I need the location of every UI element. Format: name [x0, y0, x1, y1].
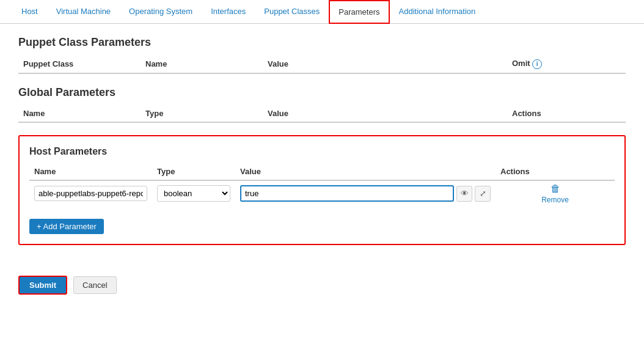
- gcol-name: Name: [18, 105, 141, 122]
- host-parameters-section: Host Parameters Name Type Value Actions …: [18, 135, 626, 245]
- main-content: Puppet Class Parameters Puppet Class Nam…: [0, 24, 644, 270]
- global-params-title: Global Parameters: [18, 86, 626, 99]
- submit-button[interactable]: Submit: [18, 276, 67, 295]
- col-value: Value: [263, 55, 507, 73]
- cancel-button[interactable]: Cancel: [73, 276, 116, 294]
- tab-virtual-machine[interactable]: Virtual Machine: [47, 0, 120, 24]
- tab-puppet-classes[interactable]: Puppet Classes: [255, 0, 329, 24]
- col-omit: Omit i: [507, 55, 626, 73]
- remove-label: Remove: [541, 196, 569, 204]
- tab-additional-information[interactable]: Additional Information: [390, 0, 485, 24]
- puppet-class-params-table: Puppet Class Name Value Omit i: [18, 55, 626, 74]
- param-type-select[interactable]: stringbooleanintegerrealarrayhashyamljso…: [157, 185, 230, 202]
- form-actions: Submit Cancel: [0, 270, 644, 301]
- col-name: Name: [141, 55, 263, 73]
- tab-interfaces[interactable]: Interfaces: [202, 0, 255, 24]
- tab-host[interactable]: Host: [12, 0, 47, 24]
- gcol-type: Type: [141, 105, 263, 122]
- hcol-actions: Actions: [496, 163, 615, 180]
- omit-info-icon[interactable]: i: [532, 59, 542, 69]
- eye-icon-button[interactable]: 👁: [456, 186, 472, 202]
- tabs-bar: HostVirtual MachineOperating SystemInter…: [0, 0, 644, 24]
- trash-icon: 🗑: [551, 183, 560, 194]
- puppet-class-params-title: Puppet Class Parameters: [18, 36, 626, 49]
- col-puppet-class: Puppet Class: [18, 55, 141, 73]
- tab-operating-system[interactable]: Operating System: [120, 0, 202, 24]
- hcol-name: Name: [29, 163, 152, 180]
- gcol-actions: Actions: [507, 105, 626, 122]
- host-params-title: Host Parameters: [29, 146, 615, 157]
- puppet-class-parameters-section: Puppet Class Parameters Puppet Class Nam…: [18, 36, 626, 74]
- gcol-value: Value: [263, 105, 507, 122]
- hcol-type: Type: [152, 163, 235, 180]
- global-parameters-section: Global Parameters Name Type Value Action…: [18, 86, 626, 123]
- tab-parameters[interactable]: Parameters: [329, 0, 389, 24]
- param-value-input[interactable]: [240, 185, 454, 202]
- expand-icon-button[interactable]: ⤢: [475, 186, 491, 202]
- host-params-table: Name Type Value Actions stringbooleanint…: [29, 163, 615, 207]
- param-name-input[interactable]: [34, 186, 147, 201]
- remove-button[interactable]: 🗑Remove: [500, 183, 610, 204]
- add-parameter-button[interactable]: + Add Parameter: [29, 219, 104, 234]
- table-row: stringbooleanintegerrealarrayhashyamljso…: [29, 180, 615, 207]
- global-params-table: Name Type Value Actions: [18, 105, 626, 123]
- hcol-value: Value: [235, 163, 496, 180]
